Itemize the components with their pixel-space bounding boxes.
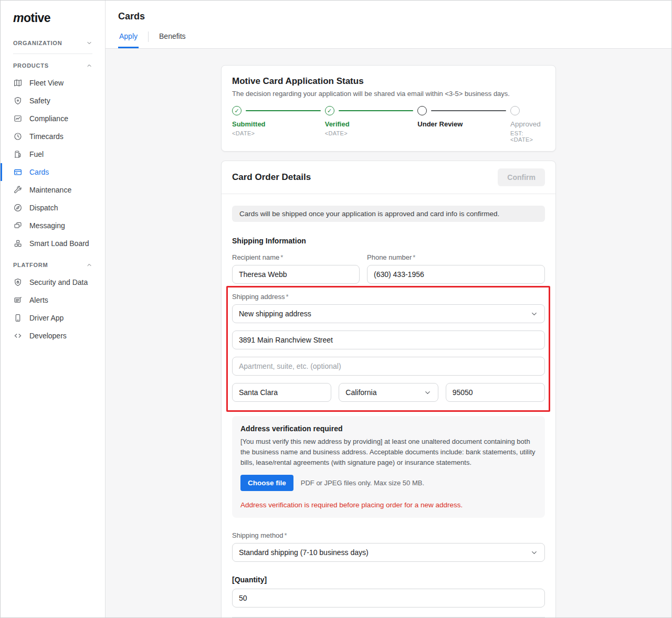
sidebar-item-label: Driver App	[29, 314, 64, 322]
shipping-info-banner: Cards will be shipped once your applicat…	[232, 206, 545, 222]
required-asterisk: *	[413, 253, 415, 261]
sidebar-item-label: Security and Data	[29, 278, 88, 286]
sidebar-item-messaging[interactable]: Messaging	[1, 217, 105, 235]
verification-body: [You must verify this new address by pro…	[240, 436, 537, 467]
step-approved: Approved EST: <DATE>	[510, 106, 545, 143]
recipient-phone-row: Recipient name* Phone number*	[232, 253, 545, 284]
verification-title: Address verification required	[240, 424, 537, 433]
motive-logo: motive	[1, 9, 105, 35]
clock-icon	[13, 132, 23, 141]
selected-option: Standard shipping (7-10 business days)	[239, 548, 369, 557]
application-status-stepper: ✓ Submitted <DATE> ✓ Verified <DATE>	[232, 106, 545, 143]
state-select[interactable]: California	[339, 383, 438, 402]
card-order-details-card: Card Order Details Confirm Cards will be…	[221, 161, 556, 617]
smartphone-icon	[13, 313, 23, 323]
shipping-method-group: Shipping method* Standard shipping (7-10…	[232, 531, 545, 562]
sidebar-item-smart-load-board[interactable]: Smart Load Board	[1, 235, 105, 252]
sidebar-item-fleet-view[interactable]: Fleet View	[1, 74, 105, 92]
step-connector	[246, 110, 321, 111]
chevron-down-icon	[424, 389, 432, 397]
sidebar-item-label: Developers	[29, 332, 67, 340]
chart-icon	[13, 114, 23, 123]
tab-divider	[148, 31, 149, 42]
sidebar-item-developers[interactable]: Developers	[1, 327, 105, 345]
shipping-method-select[interactable]: Standard shipping (7-10 business days)	[232, 543, 545, 562]
sidebar-section-organization[interactable]: ORGANIZATION	[1, 35, 105, 51]
chevron-down-icon	[86, 40, 92, 46]
quantity-label: [Quantity]	[232, 576, 545, 584]
step-connector	[339, 110, 414, 111]
sidebar-item-driver-app[interactable]: Driver App	[1, 309, 105, 327]
phone-number-label: Phone number*	[367, 253, 545, 261]
sidebar-item-safety[interactable]: Safety	[1, 92, 105, 110]
map-icon	[13, 78, 23, 88]
sidebar-item-dispatch[interactable]: Dispatch	[1, 199, 105, 217]
chat-icon	[13, 221, 23, 230]
sidebar-item-timecards[interactable]: Timecards	[1, 127, 105, 145]
chevron-down-icon	[530, 549, 538, 557]
quantity-group: [Quantity]	[232, 576, 545, 608]
sidebar-item-label: Alerts	[29, 296, 48, 304]
zip-input[interactable]	[446, 383, 545, 402]
section-label: ORGANIZATION	[13, 40, 62, 46]
verification-warning-text: Address verification is required before …	[240, 501, 537, 509]
step-label: Under Review	[417, 120, 510, 128]
sidebar-item-cards[interactable]: Cards	[1, 163, 105, 181]
street-address-input[interactable]	[232, 331, 545, 349]
sidebar-item-maintenance[interactable]: Maintenance	[1, 181, 105, 199]
shipping-address-select[interactable]: New shipping address	[232, 304, 545, 323]
sidebar-item-label: Fuel	[29, 150, 44, 158]
sidebar-divider	[13, 54, 92, 54]
recipient-name-input[interactable]	[232, 265, 360, 284]
code-icon	[13, 331, 23, 340]
compass-icon	[13, 203, 23, 212]
order-card-header: Card Order Details Confirm	[222, 161, 555, 194]
sidebar-item-fuel[interactable]: Fuel	[1, 145, 105, 163]
required-asterisk: *	[280, 253, 283, 261]
step-connector	[431, 110, 506, 111]
boxes-icon	[13, 239, 23, 248]
status-card-title: Motive Card Application Status	[232, 76, 545, 87]
selected-option: New shipping address	[239, 310, 311, 318]
sidebar-item-alerts[interactable]: Alerts	[1, 291, 105, 309]
section-label: PRODUCTS	[13, 62, 49, 69]
step-verified: ✓ Verified <DATE>	[325, 106, 418, 143]
city-input[interactable]	[232, 383, 331, 402]
check-circle-icon: ✓	[325, 106, 334, 115]
confirm-button[interactable]: Confirm	[498, 168, 545, 186]
tab-benefits[interactable]: Benefits	[158, 32, 187, 48]
sidebar-item-compliance[interactable]: Compliance	[1, 110, 105, 127]
step-date: <DATE>	[232, 130, 325, 136]
sidebar-section-platform[interactable]: PLATFORM	[1, 257, 105, 273]
shipping-address-group: Shipping address* New shipping address	[232, 293, 545, 402]
page-title: Cards	[118, 11, 659, 22]
step-date	[417, 130, 510, 136]
file-upload-row: Choose file PDF or JPEG files only. Max …	[240, 475, 537, 491]
tab-apply[interactable]: Apply	[118, 32, 139, 48]
required-asterisk: *	[286, 293, 288, 301]
tab-bar: Apply Benefits	[118, 31, 659, 48]
step-label: Approved	[510, 120, 545, 128]
shipping-method-label: Shipping method*	[232, 531, 545, 539]
step-date: EST: <DATE>	[510, 130, 545, 143]
choose-file-button[interactable]: Choose file	[240, 475, 293, 491]
sidebar-item-label: Safety	[29, 97, 50, 105]
phone-number-input[interactable]	[367, 265, 545, 284]
sidebar-products-nav: Fleet View Safety Compliance Timecards F…	[1, 74, 105, 252]
apartment-input[interactable]	[232, 357, 545, 376]
fuel-pump-icon	[13, 150, 23, 159]
step-label: Verified	[325, 120, 418, 128]
sidebar-item-label: Fleet View	[29, 79, 64, 87]
order-card-footer-divider	[232, 617, 545, 617]
page-header: Cards Apply Benefits	[106, 1, 671, 49]
quantity-input[interactable]	[232, 589, 545, 608]
sidebar-section-products[interactable]: PRODUCTS	[1, 57, 105, 74]
sidebar-item-security-and-data[interactable]: Security and Data	[1, 273, 105, 291]
required-asterisk: *	[285, 531, 287, 539]
shipping-address-label: Shipping address*	[232, 293, 545, 301]
chevron-up-icon	[86, 262, 92, 268]
sidebar-item-label: Cards	[29, 168, 49, 176]
selected-option: California	[345, 388, 376, 397]
step-submitted: ✓ Submitted <DATE>	[232, 106, 325, 143]
recipient-name-group: Recipient name*	[232, 253, 360, 284]
